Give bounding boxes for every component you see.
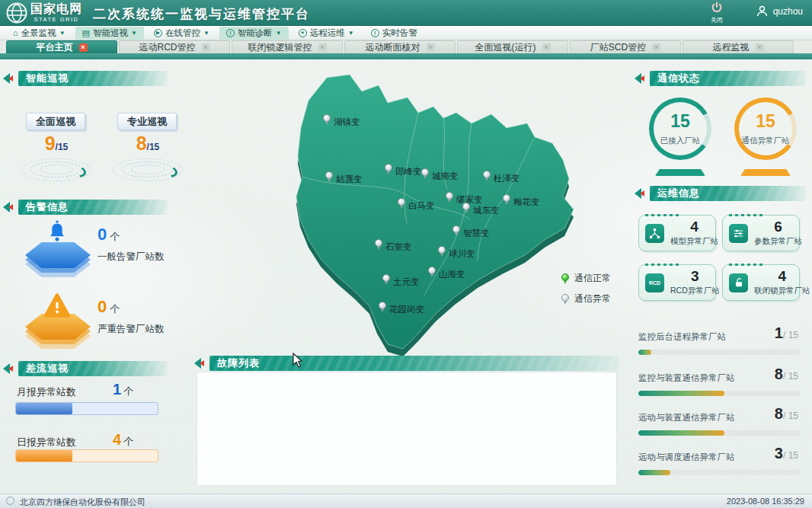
- menu-smart-diagnosis[interactable]: ! 智能诊断 ▼: [219, 27, 289, 40]
- status-bar: 北京四方继保自动化股份有限公司 2023-08-08 16:35:29: [0, 494, 812, 508]
- chevron-down-icon: ▼: [59, 30, 66, 37]
- map-station[interactable]: 白马变: [398, 198, 435, 212]
- map-station[interactable]: 球川变: [438, 246, 475, 260]
- map-station[interactable]: 石室变: [375, 239, 412, 253]
- chevron-down-icon: ▼: [131, 30, 137, 37]
- close-icon[interactable]: [318, 43, 327, 52]
- map-station[interactable]: 郎峰变: [385, 164, 422, 177]
- tab-remote-monitor[interactable]: 远程监视: [683, 40, 794, 53]
- brand-block: 国家电网 STATE GRID: [30, 3, 82, 23]
- user-box[interactable]: quzhou: [756, 5, 803, 18]
- tab-full-inspection[interactable]: 全面巡视(运行): [457, 40, 568, 53]
- station-pin-icon: [483, 171, 491, 181]
- close-icon[interactable]: [542, 43, 551, 52]
- menu-panorama[interactable]: ⌂ 全景监视 ▼: [6, 27, 72, 40]
- menu-remote-ops[interactable]: ⌖ 远程运维 ▼: [292, 27, 361, 40]
- section-alarm-info: 告警信息: [3, 199, 168, 216]
- mouse-cursor: [292, 353, 302, 368]
- close-icon[interactable]: [202, 43, 210, 52]
- page-title: 二次系统统一监视与运维管控平台: [93, 5, 310, 23]
- map-station[interactable]: 山海变: [428, 267, 465, 280]
- gauge-pedestal: [655, 169, 705, 176]
- daily-abnormal-label: 日报异常站数: [17, 436, 76, 449]
- collapse-arrow-icon[interactable]: [3, 201, 15, 213]
- collapse-arrow-icon[interactable]: [635, 187, 647, 200]
- menu-realtime-alarm[interactable]: ! 实时告警: [364, 27, 424, 40]
- section-ops-info: 运维信息: [635, 185, 806, 202]
- station-pin-icon: [421, 168, 430, 179]
- user-icon: [756, 5, 769, 18]
- progress-backend-process: 监控后台进程异常厂站 1/ 15: [638, 329, 800, 355]
- section-title: 故障列表: [209, 356, 619, 371]
- alert-circle-icon: !: [226, 29, 235, 37]
- warning-icon: [43, 292, 71, 318]
- tab-platform-home[interactable]: 平台主页: [6, 40, 117, 53]
- close-session-button[interactable]: 关闭: [704, 2, 730, 24]
- map-station[interactable]: 城南变: [421, 168, 459, 182]
- lock-icon: [729, 273, 748, 292]
- daily-abnormal-count: 4个: [113, 431, 133, 449]
- section-title: 告警信息: [18, 200, 168, 215]
- collapse-arrow-icon[interactable]: [3, 363, 15, 375]
- gray-pin-icon: [561, 294, 570, 305]
- bell-icon: [44, 219, 70, 247]
- map-station[interactable]: 姑蔑变: [325, 171, 363, 185]
- severe-alarm-icon: [23, 291, 93, 355]
- progress-monitor-device-comm: 监控与装置通信异常厂站 8/ 15: [638, 370, 800, 396]
- card-model-abnormal[interactable]: 4模型异常厂站: [638, 215, 716, 251]
- menu-online-control[interactable]: ▶ 在线管控 ▼: [147, 27, 216, 40]
- section-comm-status: 通信状态: [635, 70, 806, 87]
- tab-scd-control[interactable]: 厂站SCD管控: [570, 40, 681, 53]
- brand-subname: STATE GRID: [30, 17, 82, 23]
- severe-alarm-stat: 0个 严重告警厂站数: [98, 297, 181, 336]
- close-icon[interactable]: [79, 43, 88, 52]
- home-icon: ⌂: [13, 29, 18, 37]
- close-icon[interactable]: [427, 43, 435, 52]
- tab-section-check[interactable]: 远动断面核对: [344, 40, 456, 53]
- model-icon: [645, 224, 664, 243]
- station-pin-icon: [503, 194, 511, 205]
- map-station[interactable]: 梅花变: [503, 194, 540, 208]
- green-pin-icon: [561, 273, 570, 284]
- play-icon: ▶: [154, 29, 162, 37]
- list-icon: ▤: [82, 29, 90, 37]
- station-pin-icon: [379, 302, 387, 312]
- close-icon[interactable]: [652, 43, 660, 52]
- company-logo-icon: [6, 497, 14, 505]
- company-name: 北京四方继保自动化股份有限公司: [20, 497, 145, 508]
- app-header: 国家电网 STATE GRID 二次系统统一监视与运维管控平台 关闭 quzho…: [0, 0, 812, 26]
- region-map[interactable]: [283, 67, 611, 360]
- parameter-icon: [729, 224, 748, 243]
- collapse-arrow-icon[interactable]: [194, 357, 206, 369]
- collapse-arrow-icon[interactable]: [3, 72, 15, 85]
- map-station[interactable]: 花园岗变: [379, 302, 424, 315]
- gauge-professional-inspection[interactable]: 专业巡视 8/15: [111, 113, 184, 183]
- general-alarm-icon: [23, 219, 93, 283]
- station-pin-icon: [428, 267, 436, 277]
- menu-smart-inspection[interactable]: ▤ 智能巡视 ▼: [75, 27, 144, 40]
- station-pin-icon: [438, 246, 446, 257]
- station-pin-icon: [325, 171, 334, 182]
- map-station[interactable]: 智慧变: [452, 225, 490, 239]
- card-interlock-abnormal[interactable]: 4联闭锁异常厂站: [722, 264, 800, 301]
- bell-icon: !: [371, 29, 379, 37]
- state-grid-logo-icon: [6, 2, 27, 24]
- card-rcd-abnormal[interactable]: RCD 3RCD异常厂站: [638, 264, 716, 301]
- clock-timestamp: 2023-08-08 16:35:29: [727, 497, 804, 506]
- map-station[interactable]: 土元变: [382, 274, 420, 288]
- collapse-arrow-icon[interactable]: [635, 72, 647, 85]
- station-pin-icon: [446, 192, 454, 203]
- section-smart-inspection: 智能巡视: [3, 70, 168, 87]
- map-station[interactable]: 湖镇变: [323, 114, 360, 128]
- tab-rcd-control[interactable]: 远动RCD管控: [119, 40, 230, 53]
- map-station[interactable]: 城东变: [462, 203, 500, 216]
- station-pin-icon: [382, 274, 391, 285]
- gauge-full-inspection[interactable]: 全面巡视 9/15: [20, 113, 93, 183]
- card-parameter-abnormal[interactable]: 6参数异常厂站: [722, 215, 800, 251]
- fault-list-panel[interactable]: [197, 372, 617, 486]
- section-fault-list: 故障列表: [194, 355, 619, 372]
- tab-interlock-logic[interactable]: 联闭锁逻辑管控: [232, 40, 343, 53]
- map-station[interactable]: 杜泽变: [483, 171, 520, 184]
- close-icon[interactable]: [756, 43, 764, 52]
- chevron-down-icon: ▼: [203, 30, 209, 37]
